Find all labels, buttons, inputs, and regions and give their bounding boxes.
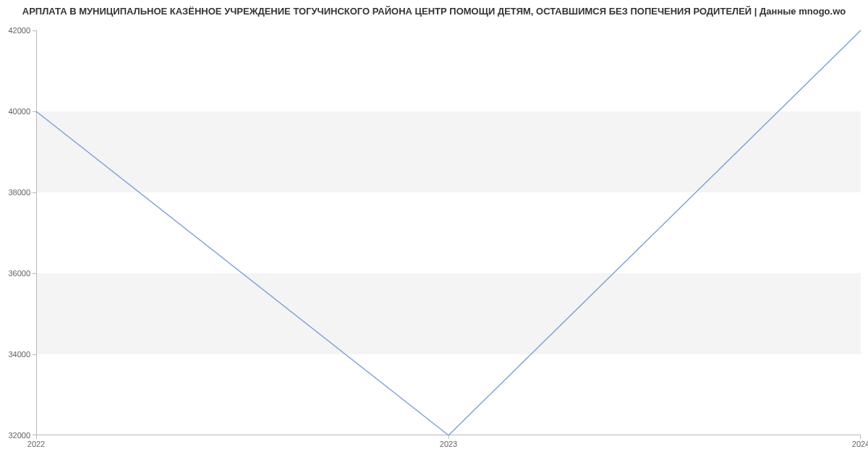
x-tick-mark [36, 435, 37, 439]
x-tick-mark [448, 435, 449, 439]
x-tick-label: 2022 [27, 440, 45, 448]
line-layer [36, 30, 861, 435]
y-tick-label: 40000 [8, 107, 30, 116]
y-tick-label: 34000 [8, 350, 30, 359]
chart-title: АРПЛАТА В МУНИЦИПАЛЬНОЕ КАЗЁННОЕ УЧРЕЖДЕ… [0, 6, 868, 17]
y-tick-label: 36000 [8, 269, 30, 278]
y-tick-label: 42000 [8, 26, 30, 35]
x-tick-label: 2023 [440, 440, 457, 448]
series-line [36, 30, 861, 435]
chart-container: АРПЛАТА В МУНИЦИПАЛЬНОЕ КАЗЁННОЕ УЧРЕЖДЕ… [0, 0, 868, 470]
x-tick-mark [860, 435, 861, 439]
plot-area: 32000 34000 36000 38000 40000 42000 2022… [36, 30, 861, 435]
y-tick-label: 38000 [8, 188, 30, 197]
y-tick-label: 32000 [8, 431, 30, 440]
x-tick-label: 2024 [852, 440, 868, 448]
